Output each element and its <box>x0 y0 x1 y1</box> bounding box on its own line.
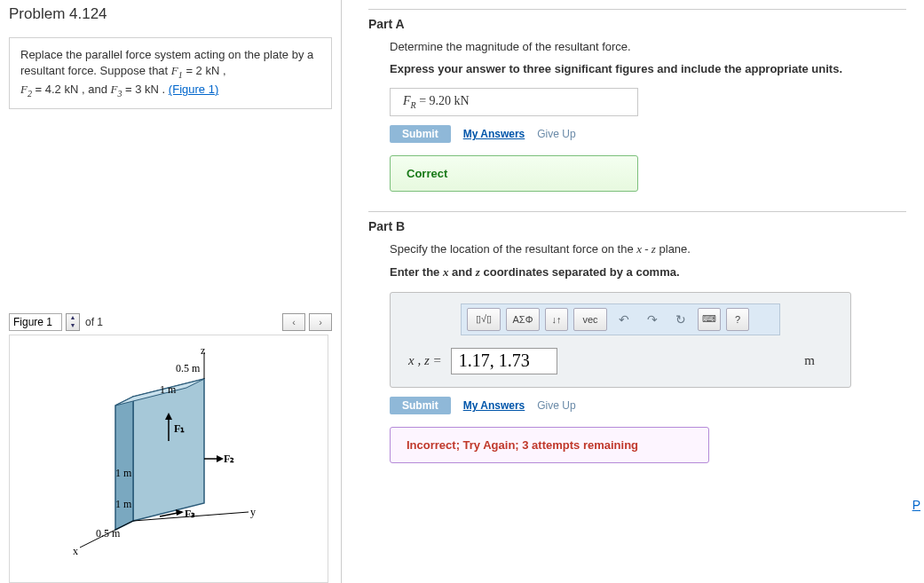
part-b-eq-label: x , z = <box>408 353 442 368</box>
tool-vec-button[interactable]: vec <box>573 308 607 331</box>
figure-spinner[interactable]: ▲▼ <box>66 313 80 331</box>
axis-x-label: x <box>73 545 78 557</box>
var-f1: F1 <box>171 64 183 77</box>
part-b-answer-input[interactable] <box>451 348 557 374</box>
tool-undo-button[interactable]: ↶ <box>612 308 636 331</box>
figure-number-input[interactable] <box>9 313 62 331</box>
part-a-desc: Determine the magnitude of the resultant… <box>390 40 906 53</box>
tool-reset-button[interactable]: ↻ <box>669 308 692 331</box>
part-b-title: Part B <box>368 219 906 233</box>
part-a-give-up-link[interactable]: Give Up <box>537 128 575 140</box>
force-f3-label: F₃ <box>185 508 195 520</box>
svg-marker-11 <box>176 509 184 516</box>
prompt-text-1: Replace the parallel force system acting… <box>20 48 313 77</box>
prompt-text-4: = 3 kN . <box>125 83 169 96</box>
tool-template-button[interactable]: ▯√▯ <box>467 308 501 331</box>
equation-toolbar: ▯√▯ ΑΣΦ ↓↑ vec ↶ ↷ ↻ ⌨ ? <box>461 303 780 335</box>
tool-help-button[interactable]: ? <box>726 308 749 331</box>
part-a-bold: Express your answer to three significant… <box>390 62 906 75</box>
tool-keyboard-button[interactable]: ⌨ <box>698 308 721 331</box>
axis-y-label: y <box>250 506 256 518</box>
problem-prompt: Replace the parallel force system acting… <box>9 37 332 109</box>
part-a-submit-button[interactable]: Submit <box>390 125 451 143</box>
dim-x-mid: 1 m <box>115 498 132 510</box>
prompt-text-2: = 2 kN , <box>186 64 225 77</box>
axis-z-label: z <box>201 344 205 357</box>
var-f2: F2 <box>20 83 32 96</box>
svg-marker-0 <box>133 379 204 521</box>
part-a-correct-feedback: Correct <box>390 155 638 192</box>
page-link[interactable]: P <box>912 498 920 512</box>
dim-z-top: 0.5 m <box>176 362 201 374</box>
part-b-unit: m <box>804 353 833 368</box>
part-a-title: Part A <box>368 17 906 31</box>
problem-title: Problem 4.124 <box>9 5 332 23</box>
part-b-bold: Enter the x and z coordinates separated … <box>390 265 906 280</box>
part-b-give-up-link[interactable]: Give Up <box>537 399 575 412</box>
part-b-submit-button[interactable]: Submit <box>390 397 451 414</box>
svg-marker-9 <box>217 455 224 462</box>
part-a-my-answers-link[interactable]: My Answers <box>463 128 525 140</box>
part-a-answer-value: 9.20 kN <box>430 94 470 107</box>
part-b-my-answers-link[interactable]: My Answers <box>463 399 525 412</box>
dim-x-top: 1 m <box>115 467 132 479</box>
part-b-input-panel: ▯√▯ ΑΣΦ ↓↑ vec ↶ ↷ ↻ ⌨ ? x , z = m <box>390 292 851 388</box>
figure-prev-button[interactable]: ‹ <box>282 313 305 331</box>
figure-link[interactable]: (Figure 1) <box>169 83 218 96</box>
tool-greek-button[interactable]: ΑΣΦ <box>506 308 540 331</box>
figure-next-button[interactable]: › <box>309 313 332 331</box>
part-b-plane: x - z <box>636 242 656 256</box>
part-b-desc-suffix: plane. <box>656 242 691 256</box>
var-f3: F3 <box>111 83 122 96</box>
dim-x-bot: 0.5 m <box>96 527 121 540</box>
figure-image: x y z F₁ F₂ F₃ 0.5 m 1 m 1 m 1 m 0.5 m <box>9 335 328 583</box>
prompt-text-3: = 4.2 kN , and <box>36 83 111 96</box>
part-b-desc: Specify the location of the resultant fo… <box>390 242 906 256</box>
dim-z-mid: 1 m <box>160 383 177 396</box>
figure-of-label: of 1 <box>85 316 103 328</box>
force-f1-label: F₁ <box>174 422 185 435</box>
tool-redo-button[interactable]: ↷ <box>641 308 664 331</box>
part-b-desc-prefix: Specify the location of the resultant fo… <box>390 242 636 256</box>
pb-b1: Enter the <box>390 265 443 279</box>
tool-subscript-button[interactable]: ↓↑ <box>545 308 568 331</box>
pb-b2: and <box>448 265 475 279</box>
pb-b3: coordinates separated by a comma. <box>480 265 680 279</box>
part-a-answer-box: FR = 9.20 kN <box>390 88 638 116</box>
force-f2-label: F₂ <box>224 453 234 465</box>
part-b-incorrect-feedback: Incorrect; Try Again; 3 attempts remaini… <box>390 427 709 463</box>
